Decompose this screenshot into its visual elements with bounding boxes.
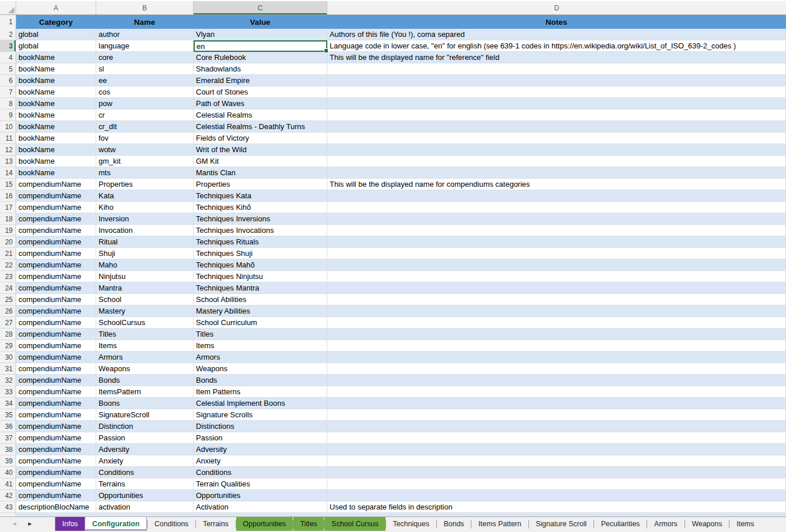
cell-notes[interactable] <box>327 167 786 179</box>
cell-notes[interactable] <box>327 121 786 133</box>
sheet-tab-school-cursus[interactable]: School Cursus <box>324 517 385 531</box>
header-cell-notes[interactable]: Notes <box>327 15 786 29</box>
cell-category[interactable]: global <box>16 29 96 40</box>
cell-notes[interactable]: This will be the displayed name for "ref… <box>327 52 786 63</box>
cell-category[interactable]: compendiumName <box>16 386 96 398</box>
active-cell[interactable]: en <box>194 40 327 52</box>
row-number[interactable]: 38 <box>0 444 16 455</box>
cell-value[interactable]: Path of Waves <box>194 98 327 110</box>
cell-category[interactable]: bookName <box>16 167 96 179</box>
row-number[interactable]: 34 <box>0 398 16 409</box>
cell-notes[interactable] <box>327 225 786 236</box>
cell-value[interactable]: Conditions <box>194 467 327 478</box>
row-number[interactable]: 4 <box>0 52 16 63</box>
cell-notes[interactable] <box>327 455 786 467</box>
cell-category[interactable]: bookName <box>16 121 96 133</box>
cell-name[interactable]: pow <box>96 98 194 110</box>
cell-name[interactable]: Boons <box>96 398 194 409</box>
cell-value[interactable]: Techniques Invocations <box>194 225 327 236</box>
cell-category[interactable]: compendiumName <box>16 490 96 501</box>
row-number[interactable]: 21 <box>0 248 16 259</box>
row-number[interactable]: 37 <box>0 432 16 444</box>
cell-value[interactable]: Techniques Ninjutsu <box>194 271 327 282</box>
cell-name[interactable]: Conditions <box>96 467 194 478</box>
cell-name[interactable]: gm_kit <box>96 156 194 167</box>
sheet-tab-signature-scroll[interactable]: Signature Scroll <box>529 517 594 531</box>
cell-value[interactable]: Anxiety <box>194 455 327 467</box>
cell-value[interactable]: Activation <box>194 501 327 513</box>
sheet-tab-opportunities[interactable]: Opportunities <box>236 517 293 531</box>
cell-value[interactable]: Mastery Abilities <box>194 305 327 317</box>
sheet-tab-items-pattern[interactable]: Items Pattern <box>471 517 528 531</box>
cell-category[interactable]: compendiumName <box>16 421 96 432</box>
row-number[interactable]: 39 <box>0 455 16 467</box>
cell-category[interactable]: bookName <box>16 52 96 63</box>
cell-notes[interactable] <box>327 98 786 110</box>
cell-category[interactable]: compendiumName <box>16 294 96 305</box>
cell-value[interactable]: Techniques Kata <box>194 190 327 202</box>
cell-category[interactable]: compendiumName <box>16 213 96 225</box>
cell-name[interactable]: Invocation <box>96 225 194 236</box>
cell-name[interactable]: cos <box>96 86 194 98</box>
cell-category[interactable]: bookName <box>16 98 96 110</box>
cell-notes[interactable]: Authors of this file (You !), coma separ… <box>327 29 786 40</box>
cell-value[interactable]: Weapons <box>194 363 327 375</box>
cell-category[interactable]: compendiumName <box>16 398 96 409</box>
cell-name[interactable]: Shuji <box>96 248 194 259</box>
cell-name[interactable]: Adversity <box>96 444 194 455</box>
cell-name[interactable]: Items <box>96 340 194 352</box>
cell-notes[interactable] <box>327 375 786 386</box>
cell-value[interactable]: Techniques Kihõ <box>194 202 327 213</box>
cell-name[interactable]: Ninjutsu <box>96 271 194 282</box>
sheet-tab-conditions[interactable]: Conditions <box>148 517 195 531</box>
row-number[interactable]: 33 <box>0 386 16 398</box>
row-number[interactable]: 30 <box>0 352 16 363</box>
cell-value[interactable]: Item Patterns <box>194 386 327 398</box>
cell-value[interactable]: Writ of the Wild <box>194 144 327 156</box>
cell-notes[interactable] <box>327 317 786 329</box>
cell-notes[interactable] <box>327 202 786 213</box>
cell-notes[interactable] <box>327 190 786 202</box>
row-number[interactable]: 3 <box>0 40 16 52</box>
cell-value[interactable]: Bonds <box>194 375 327 386</box>
sheet-tab-bonds[interactable]: Bonds <box>437 517 471 531</box>
header-cell-name[interactable]: Name <box>96 15 194 29</box>
cell-notes[interactable] <box>327 432 786 444</box>
cell-name[interactable]: Passion <box>96 432 194 444</box>
row-number[interactable]: 10 <box>0 121 16 133</box>
cell-notes[interactable]: Language code in lower case, "en" for en… <box>327 40 786 52</box>
cell-name[interactable]: cr_dlt <box>96 121 194 133</box>
cell-category[interactable]: compendiumName <box>16 259 96 271</box>
cell-category[interactable]: compendiumName <box>16 317 96 329</box>
cell-category[interactable]: compendiumName <box>16 340 96 352</box>
row-number[interactable]: 23 <box>0 271 16 282</box>
cell-name[interactable]: Kiho <box>96 202 194 213</box>
cell-name[interactable]: Terrains <box>96 478 194 490</box>
cell-name[interactable]: ee <box>96 75 194 86</box>
cell-name[interactable]: School <box>96 294 194 305</box>
cell-category[interactable]: compendiumName <box>16 236 96 248</box>
cell-name[interactable]: Weapons <box>96 363 194 375</box>
row-number[interactable]: 43 <box>0 501 16 513</box>
cell-value[interactable]: Armors <box>194 352 327 363</box>
cell-value[interactable]: Shadowlands <box>194 63 327 75</box>
cell-value[interactable]: Mantis Clan <box>194 167 327 179</box>
cell-notes[interactable] <box>327 133 786 144</box>
cell-notes[interactable] <box>327 156 786 167</box>
cell-value[interactable]: Vlyan <box>194 29 327 40</box>
cell-name[interactable]: mts <box>96 167 194 179</box>
row-number[interactable]: 35 <box>0 409 16 421</box>
row-number[interactable]: 36 <box>0 421 16 432</box>
cell-notes[interactable] <box>327 110 786 121</box>
cell-notes[interactable] <box>327 86 786 98</box>
cell-name[interactable]: ItemsPattern <box>96 386 194 398</box>
row-number[interactable]: 8 <box>0 98 16 110</box>
cell-name[interactable]: author <box>96 29 194 40</box>
cell-notes[interactable] <box>327 409 786 421</box>
sheet-tab-techniques[interactable]: Techniques <box>386 517 436 531</box>
cell-category[interactable]: global <box>16 40 96 52</box>
cell-category[interactable]: compendiumName <box>16 455 96 467</box>
cell-value[interactable]: Titles <box>194 329 327 340</box>
row-number[interactable]: 18 <box>0 213 16 225</box>
column-header-d[interactable]: D <box>327 1 786 14</box>
